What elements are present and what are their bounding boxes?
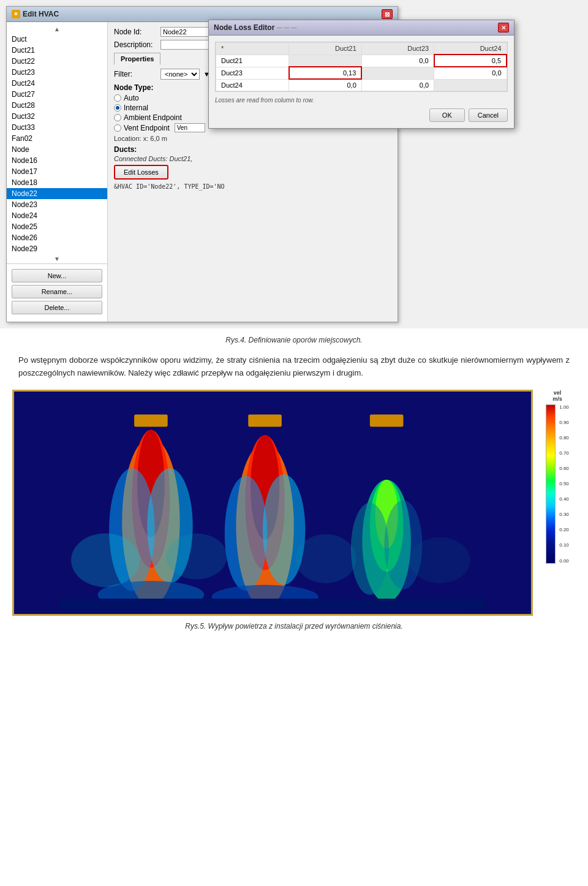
hvac-title-icon: ✶ [12,10,20,18]
rename-button[interactable]: Rename... [12,285,102,298]
list-item[interactable]: Duct24 [7,78,107,89]
list-item[interactable]: Duct23 [7,67,107,78]
cell-duct24-duct21[interactable]: 0,0 [289,79,361,91]
tick-0.90: 0.90 [559,420,569,425]
list-item[interactable]: Node17 [7,166,107,177]
cell-duct21-duct23[interactable]: 0,0 [361,55,434,67]
tick-1.00: 1.00 [559,404,569,410]
filter-select[interactable]: <none> [160,69,200,80]
scroll-down-arrow[interactable]: ▼ [7,254,107,263]
colorbar-gradient [546,404,556,564]
list-item[interactable]: Duct22 [7,56,107,67]
loss-table: * Duct21 Duct23 Duct24 Duct21 0,0 0,5 [216,42,507,91]
cell-duct21-duct24[interactable]: 0,5 [434,55,507,67]
loss-footer-note: Losses are read from column to row. [215,97,508,104]
node-loss-body: * Duct21 Duct23 Duct24 Duct21 0,0 0,5 [209,36,514,128]
col-header-duct24: Duct24 [434,43,507,55]
colorbar-ticks: 1.00 0.90 0.80 0.70 0.60 0.50 0.40 0.30 … [559,404,569,564]
loss-table-container: * Duct21 Duct23 Duct24 Duct21 0,0 0,5 [215,42,508,92]
tick-0.10: 0.10 [559,542,569,548]
colorbar: vel m/s 1.00 0.90 0.80 0.70 0.60 0.50 0.… [539,390,576,616]
radio-internal-circle[interactable] [114,104,121,112]
table-row: Duct24 0,0 0,0 [216,79,507,91]
colorbar-unit: m/s [552,396,562,402]
loss-action-buttons: OK Cancel [215,108,508,122]
node-loss-close-btn[interactable]: ✕ [498,23,509,32]
ok-button[interactable]: OK [429,108,465,122]
description-label: Description: [114,40,157,49]
cell-duct23-duct23[interactable] [361,67,434,79]
radio-ambient-label: Ambient Endpoint [124,113,182,122]
list-item[interactable]: Duct28 [7,100,107,111]
list-item[interactable]: Node16 [7,155,107,166]
tick-0.60: 0.60 [559,466,569,471]
tick-0.70: 0.70 [559,450,569,456]
svg-point-24 [295,534,356,583]
cell-duct21-duct21[interactable] [289,55,361,67]
velocity-section: vel m/s 1.00 0.90 0.80 0.70 0.60 0.50 0.… [0,390,588,616]
node-loss-server-label: — — — [277,25,296,31]
radio-vent-circle[interactable] [114,124,121,132]
ducts-label: Ducts: [114,145,391,154]
svg-rect-12 [248,414,282,426]
edit-losses-button[interactable]: Edit Losses [114,165,168,180]
tick-0.20: 0.20 [559,527,569,532]
resize-button[interactable]: ⊠ [382,9,393,19]
svg-rect-18 [370,414,404,426]
list-item[interactable]: Node23 [7,199,107,210]
ducts-section: Ducts: Connected Ducts: Duct21, Edit Los… [114,145,391,180]
radio-internal-label: Internal [124,104,148,112]
location-row: Location: x: 6,0 m [114,135,391,142]
colorbar-row: 1.00 0.90 0.80 0.70 0.60 0.50 0.40 0.30 … [546,402,569,566]
radio-auto-label: Auto [124,94,139,102]
tick-0.30: 0.30 [559,512,569,517]
figure4-caption: Rys.4. Definiowanie oporów miejscowych. [0,336,588,344]
list-item[interactable]: Node26 [7,232,107,243]
edit-hvac-title: Edit HVAC [23,10,59,18]
new-button[interactable]: New... [12,269,102,282]
node-id-label: Node Id: [114,28,157,36]
velocity-image [12,390,533,616]
list-item[interactable]: Node [7,144,107,155]
list-item[interactable]: Duct27 [7,89,107,100]
node-loss-editor-window: Node Loss Editor — — — ✕ * Duct21 Duct23… [208,20,514,129]
cell-duct23-duct24[interactable]: 0,0 [434,67,507,79]
cancel-button[interactable]: Cancel [469,108,508,122]
list-item[interactable]: Duct21 [7,45,107,56]
svg-point-25 [409,537,470,583]
list-item[interactable]: Node18 [7,177,107,188]
scroll-up-arrow[interactable]: ▲ [7,25,107,34]
svg-point-22 [71,533,140,587]
cell-duct24-duct23[interactable]: 0,0 [361,79,434,91]
list-item[interactable]: Node29 [7,243,107,254]
svg-point-16 [351,502,389,594]
vent-input[interactable] [175,123,205,132]
status-bar: &HVAC ID='Node22', TYPE_ID='NO [114,183,391,190]
list-item-node22[interactable]: Node22 [7,188,107,199]
svg-point-17 [384,500,422,589]
delete-button[interactable]: Delete... [12,301,102,314]
list-item[interactable]: Fan02 [7,133,107,144]
col-header-star: * [216,43,289,55]
svg-point-23 [166,533,227,579]
properties-tab[interactable]: Properties [114,53,160,65]
table-row: Duct23 0,13 0,0 [216,67,507,79]
tick-0.80: 0.80 [559,435,569,441]
list-item[interactable]: Node25 [7,221,107,232]
item-list-scrollable: Duct Duct21 Duct22 Duct23 Duct24 Duct27 … [7,34,107,254]
list-item[interactable]: Duct [7,34,107,45]
list-item[interactable]: Node24 [7,210,107,221]
filter-label: Filter: [114,70,157,78]
cell-duct24-duct24[interactable] [434,79,507,91]
list-item[interactable]: Duct33 [7,122,107,133]
radio-auto-circle[interactable] [114,94,121,102]
radio-ambient-circle[interactable] [114,114,121,121]
col-header-duct23: Duct23 [361,43,434,55]
cell-duct23-duct21[interactable]: 0,13 [289,67,361,79]
figure5-caption: Rys.5. Wypływ powietrza z instalacji prz… [0,622,588,630]
svg-point-10 [225,475,268,591]
tick-0.00: 0.00 [559,558,569,564]
item-list-panel: ▲ Duct Duct21 Duct22 Duct23 Duct24 Duct2… [7,22,108,322]
list-item[interactable]: Duct32 [7,111,107,122]
row-label-duct23: Duct23 [216,67,289,79]
